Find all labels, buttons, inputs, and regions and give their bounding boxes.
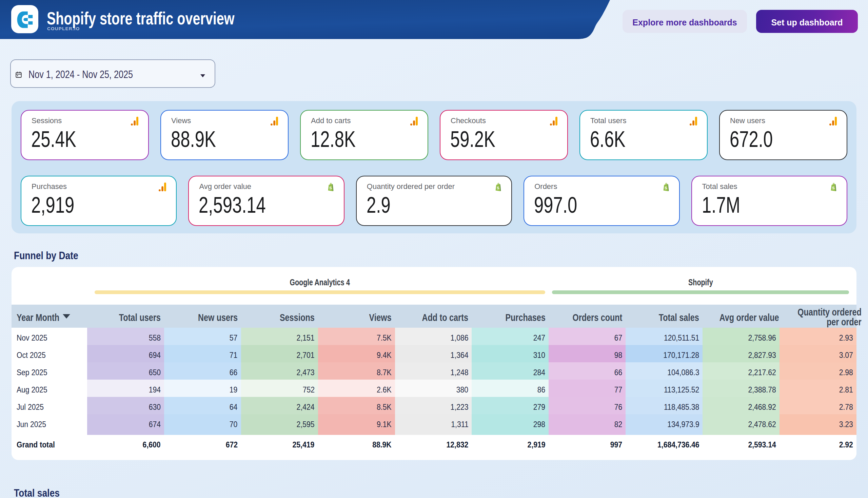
svg-text:S: S: [665, 186, 667, 190]
svg-text:S: S: [497, 186, 499, 190]
svg-text:S: S: [329, 186, 332, 190]
svg-text:S: S: [832, 186, 834, 190]
